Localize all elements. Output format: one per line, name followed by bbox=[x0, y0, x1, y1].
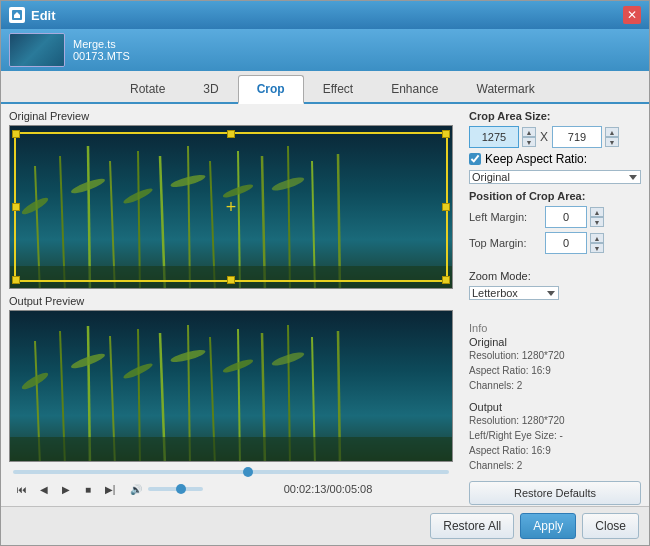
close-window-button[interactable]: ✕ bbox=[623, 6, 641, 24]
aspect-select[interactable]: Original 16:9 4:3 1:1 bbox=[469, 170, 641, 184]
scrubber-track[interactable] bbox=[13, 470, 449, 474]
tab-bar: Rotate 3D Crop Effect Enhance Watermark bbox=[1, 71, 649, 104]
top-margin-spinbuttons: ▲ ▼ bbox=[590, 233, 604, 253]
output-eye: Left/Right Eye Size: - bbox=[469, 428, 641, 443]
restore-defaults-button[interactable]: Restore Defaults bbox=[469, 481, 641, 505]
output-resolution: Resolution: 1280*720 bbox=[469, 413, 641, 428]
title-bar: Edit ✕ bbox=[1, 1, 649, 29]
scrubber-thumb[interactable] bbox=[243, 467, 253, 477]
output-video-frame bbox=[10, 311, 452, 461]
volume-icon[interactable]: 🔊 bbox=[127, 480, 145, 498]
height-spin-down[interactable]: ▼ bbox=[605, 137, 619, 147]
output-preview bbox=[9, 310, 453, 462]
app-icon bbox=[9, 7, 25, 23]
main-content: Original Preview bbox=[1, 104, 649, 506]
x-separator: X bbox=[540, 130, 548, 144]
tab-rotate[interactable]: Rotate bbox=[111, 75, 184, 102]
original-video-frame: + bbox=[10, 126, 452, 288]
file-name-2: 00173.MTS bbox=[73, 50, 130, 62]
top-margin-label: Top Margin: bbox=[469, 237, 541, 249]
output-info-title: Output bbox=[469, 401, 641, 413]
svg-rect-21 bbox=[10, 266, 452, 288]
file-bar: Merge.ts 00173.MTS bbox=[1, 29, 649, 71]
zoom-select[interactable]: Letterbox Pan & Scan Full bbox=[469, 286, 559, 300]
tab-effect[interactable]: Effect bbox=[304, 75, 372, 102]
time-display: 00:02:13/00:05:08 bbox=[207, 483, 449, 495]
crop-height-input[interactable] bbox=[552, 126, 602, 148]
original-preview-label: Original Preview bbox=[9, 110, 453, 122]
output-preview-label: Output Preview bbox=[9, 295, 453, 307]
width-spin-down[interactable]: ▼ bbox=[522, 137, 536, 147]
top-margin-row: Top Margin: ▲ ▼ bbox=[469, 232, 641, 254]
file-thumbnail bbox=[9, 33, 65, 67]
prev-frame-button[interactable]: ◀ bbox=[35, 480, 53, 498]
left-margin-row: Left Margin: ▲ ▼ bbox=[469, 206, 641, 228]
tab-crop[interactable]: Crop bbox=[238, 75, 304, 104]
tab-3d[interactable]: 3D bbox=[184, 75, 237, 102]
bottom-bar: Restore All Apply Close bbox=[1, 506, 649, 545]
left-margin-input[interactable] bbox=[545, 206, 587, 228]
left-panel: Original Preview bbox=[1, 104, 461, 506]
height-spin-up[interactable]: ▲ bbox=[605, 127, 619, 137]
stop-button[interactable]: ■ bbox=[79, 480, 97, 498]
keep-aspect-label: Keep Aspect Ratio: bbox=[485, 152, 587, 166]
top-margin-spin-down[interactable]: ▼ bbox=[590, 243, 604, 253]
scrubber-bar[interactable] bbox=[9, 466, 453, 478]
volume-track[interactable] bbox=[148, 487, 203, 491]
info-label: Info bbox=[469, 322, 641, 334]
close-button[interactable]: Close bbox=[582, 513, 639, 539]
left-margin-spin-up[interactable]: ▲ bbox=[590, 207, 604, 217]
file-name-1: Merge.ts bbox=[73, 38, 130, 50]
skip-start-button[interactable]: ⏮ bbox=[13, 480, 31, 498]
original-info: Original Resolution: 1280*720 Aspect Rat… bbox=[469, 336, 641, 393]
top-margin-spin-up[interactable]: ▲ bbox=[590, 233, 604, 243]
left-margin-label: Left Margin: bbox=[469, 211, 541, 223]
height-spinbuttons: ▲ ▼ bbox=[605, 127, 619, 147]
svg-rect-1 bbox=[10, 126, 452, 288]
original-resolution: Resolution: 1280*720 bbox=[469, 348, 641, 363]
original-info-title: Original bbox=[469, 336, 641, 348]
file-info: Merge.ts 00173.MTS bbox=[73, 38, 130, 62]
svg-rect-42 bbox=[10, 437, 452, 461]
right-panel: Crop Area Size: ▲ ▼ X ▲ ▼ Keep Aspect Ra… bbox=[461, 104, 649, 506]
left-margin-spinbuttons: ▲ ▼ bbox=[590, 207, 604, 227]
controls-bar: ⏮ ◀ ▶ ■ ▶| 🔊 00:02:13/00:05:08 bbox=[9, 478, 453, 500]
position-title: Position of Crop Area: bbox=[469, 190, 641, 202]
output-channels: Channels: 2 bbox=[469, 458, 641, 473]
edit-window: Edit ✕ Merge.ts 00173.MTS Rotate 3D Crop… bbox=[0, 0, 650, 546]
play-button[interactable]: ▶ bbox=[57, 480, 75, 498]
volume-area: 🔊 bbox=[127, 480, 203, 498]
apply-button[interactable]: Apply bbox=[520, 513, 576, 539]
keep-aspect-row: Keep Aspect Ratio: bbox=[469, 152, 641, 166]
original-preview: + bbox=[9, 125, 453, 289]
info-section: Info Original Resolution: 1280*720 Aspec… bbox=[469, 322, 641, 481]
restore-all-button[interactable]: Restore All bbox=[430, 513, 514, 539]
output-aspect: Aspect Ratio: 16:9 bbox=[469, 443, 641, 458]
width-spinbuttons: ▲ ▼ bbox=[522, 127, 536, 147]
crop-area-title: Crop Area Size: bbox=[469, 110, 641, 122]
output-info: Output Resolution: 1280*720 Left/Right E… bbox=[469, 401, 641, 473]
left-margin-spin-down[interactable]: ▼ bbox=[590, 217, 604, 227]
keep-aspect-checkbox[interactable] bbox=[469, 153, 481, 165]
tab-enhance[interactable]: Enhance bbox=[372, 75, 457, 102]
next-frame-button[interactable]: ▶| bbox=[101, 480, 119, 498]
window-title: Edit bbox=[31, 8, 623, 23]
width-spin-up[interactable]: ▲ bbox=[522, 127, 536, 137]
restore-defaults-area: Restore Defaults bbox=[469, 481, 641, 506]
crop-area-row: ▲ ▼ X ▲ ▼ bbox=[469, 126, 641, 148]
tab-watermark[interactable]: Watermark bbox=[458, 75, 554, 102]
zoom-mode-label: Zoom Mode: bbox=[469, 270, 641, 282]
top-margin-input[interactable] bbox=[545, 232, 587, 254]
original-channels: Channels: 2 bbox=[469, 378, 641, 393]
crop-width-input[interactable] bbox=[469, 126, 519, 148]
original-aspect: Aspect Ratio: 16:9 bbox=[469, 363, 641, 378]
volume-thumb[interactable] bbox=[176, 484, 186, 494]
